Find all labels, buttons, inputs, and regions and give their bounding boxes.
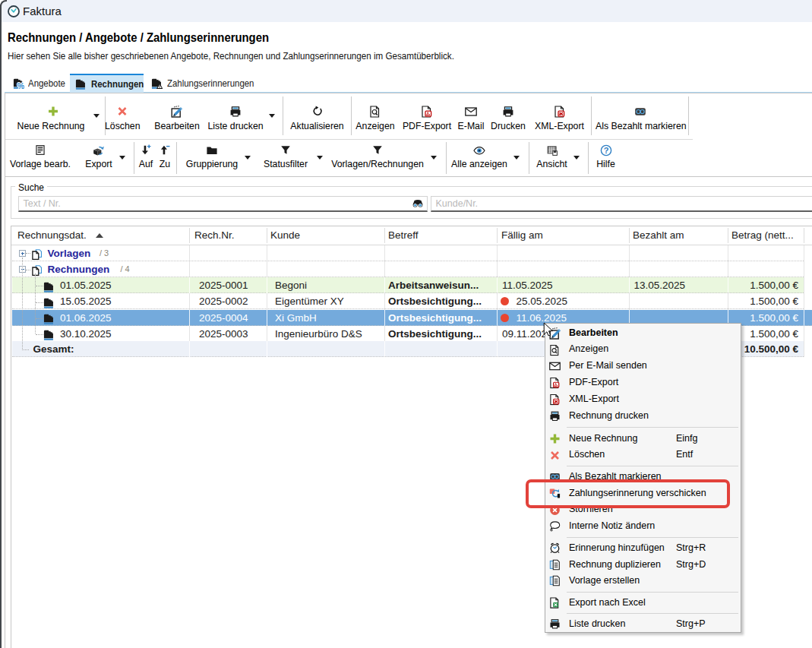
svg-text:%: % <box>17 81 24 89</box>
